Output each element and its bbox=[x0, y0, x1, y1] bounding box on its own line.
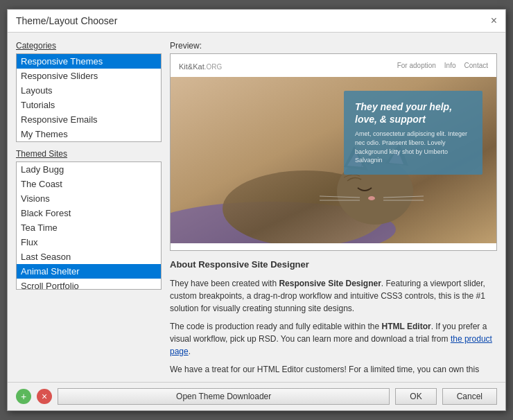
svg-point-8 bbox=[368, 196, 375, 200]
themed-site-flux[interactable]: Flux bbox=[17, 235, 161, 250]
hero-headline: They need your help, love, & support bbox=[355, 100, 471, 125]
themed-site-scroll-portfolio[interactable]: Scroll Portfolio bbox=[17, 279, 161, 290]
themed-site-animal-shelter[interactable]: Animal Shelter bbox=[17, 264, 161, 279]
logo-suffix: .ORG bbox=[205, 63, 223, 71]
themed-site-black-forest[interactable]: Black Forest bbox=[17, 206, 161, 220]
open-downloader-button[interactable]: Open Theme Downloader bbox=[58, 388, 390, 405]
categories-list[interactable]: Responsive Themes Responsive Sliders Lay… bbox=[16, 53, 162, 142]
close-button[interactable]: × bbox=[491, 15, 497, 26]
preview-section: Preview: Kit&Kat.ORG For adoption Info C… bbox=[170, 41, 497, 251]
about-section: About Responsive Site Designer They have… bbox=[170, 258, 497, 374]
nav-link-adoption: For adoption bbox=[397, 62, 436, 69]
hero-text-box: They need your help, love, & support Ame… bbox=[344, 91, 482, 175]
themed-site-the-coast[interactable]: The Coast bbox=[17, 177, 161, 191]
preview-hero: They need your help, love, & support Ame… bbox=[171, 77, 496, 243]
cancel-button[interactable]: Cancel bbox=[442, 388, 497, 405]
category-item-responsive-themes[interactable]: Responsive Themes bbox=[17, 54, 161, 69]
nav-link-info: Info bbox=[444, 62, 456, 69]
themed-site-tea-time[interactable]: Tea Time bbox=[17, 220, 161, 235]
themed-sites-list-wrapper: Lady Bugg The Coast Visions Black Forest… bbox=[16, 161, 162, 290]
preview-logo: Kit&Kat.ORG bbox=[179, 58, 222, 73]
left-panel: Categories Responsive Themes Responsive … bbox=[16, 41, 162, 374]
category-item-responsive-emails[interactable]: Responsive Emails bbox=[17, 112, 161, 127]
right-panel: Preview: Kit&Kat.ORG For adoption Info C… bbox=[170, 41, 497, 374]
preview-label: Preview: bbox=[170, 41, 497, 51]
title-bar: Theme/Layout Chooser × bbox=[8, 10, 505, 33]
preview-nav: Kit&Kat.ORG For adoption Info Contact bbox=[171, 54, 496, 77]
remove-icon: × bbox=[42, 392, 47, 401]
theme-layout-chooser-dialog: Theme/Layout Chooser × Categories Respon… bbox=[7, 9, 506, 411]
category-item-tutorials[interactable]: Tutorials bbox=[17, 98, 161, 112]
preview-mockup: Kit&Kat.ORG For adoption Info Contact bbox=[171, 54, 496, 250]
categories-label: Categories bbox=[16, 41, 162, 51]
product-page-link[interactable]: the product page bbox=[170, 334, 492, 356]
hero-subtext: Amet, consectetur adipiscing elit. Integ… bbox=[355, 130, 471, 164]
add-icon: + bbox=[21, 392, 26, 401]
category-item-my-themes[interactable]: My Themes bbox=[17, 127, 161, 141]
category-item-layouts[interactable]: Layouts bbox=[17, 83, 161, 98]
dialog-title: Theme/Layout Chooser bbox=[16, 15, 117, 26]
themed-sites-list[interactable]: Lady Bugg The Coast Visions Black Forest… bbox=[16, 161, 162, 290]
about-paragraph-1: They have been created with Responsive S… bbox=[170, 277, 497, 315]
main-content: Categories Responsive Themes Responsive … bbox=[8, 33, 505, 382]
about-paragraph-2: The code is production ready and fully e… bbox=[170, 320, 497, 358]
about-paragraph-3: We have a treat for our HTML Editor cust… bbox=[170, 363, 497, 374]
preview-nav-links: For adoption Info Contact bbox=[397, 62, 488, 69]
category-item-responsive-sliders[interactable]: Responsive Sliders bbox=[17, 69, 161, 83]
themed-site-last-season[interactable]: Last Season bbox=[17, 250, 161, 264]
themed-site-visions[interactable]: Visions bbox=[17, 191, 161, 206]
ok-button[interactable]: OK bbox=[395, 388, 436, 405]
themed-site-lady-bugg[interactable]: Lady Bugg bbox=[17, 162, 161, 177]
themed-sites-label: Themed Sites bbox=[16, 149, 162, 159]
remove-button[interactable]: × bbox=[37, 389, 52, 404]
add-button[interactable]: + bbox=[16, 389, 31, 404]
themed-sites-section: Themed Sites Lady Bugg The Coast Visions… bbox=[16, 149, 162, 290]
preview-area: Kit&Kat.ORG For adoption Info Contact bbox=[170, 53, 497, 251]
logo-text: Kit&Kat bbox=[179, 62, 205, 71]
nav-link-contact: Contact bbox=[464, 62, 488, 69]
bottom-bar: + × Open Theme Downloader OK Cancel bbox=[8, 382, 505, 410]
categories-section: Categories Responsive Themes Responsive … bbox=[16, 41, 162, 142]
about-title: About Responsive Site Designer bbox=[170, 258, 497, 272]
